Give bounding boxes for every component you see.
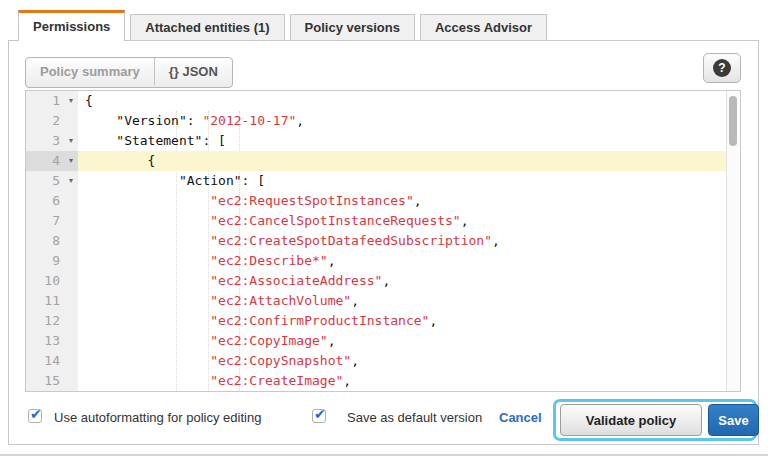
json-plain-token bbox=[85, 313, 210, 328]
code-line[interactable]: "Version": "2012-10-17", bbox=[78, 111, 727, 131]
gutter-line-number: 11 bbox=[26, 291, 78, 311]
code-line[interactable]: "ec2:ConfirmProductInstance", bbox=[78, 311, 727, 331]
gutter-line-number: 8 bbox=[26, 231, 78, 251]
tab-access-advisor[interactable]: Access Advisor bbox=[420, 14, 547, 41]
json-string-token: "ec2:RequestSpotInstances" bbox=[210, 193, 414, 208]
json-plain-token bbox=[85, 253, 210, 268]
checkmark-icon: ✔ bbox=[314, 406, 326, 422]
view-toggle: Policy summary {} JSON bbox=[25, 57, 233, 88]
json-plain-token bbox=[85, 273, 210, 288]
gutter-line-number: 15 bbox=[26, 371, 78, 391]
code-line[interactable]: "ec2:CreateSpotDatafeedSubscription", bbox=[78, 231, 727, 251]
tab-policy-versions[interactable]: Policy versions bbox=[290, 14, 415, 41]
gutter-line-number: 9 bbox=[26, 251, 78, 271]
tab-permissions[interactable]: Permissions bbox=[18, 10, 125, 41]
json-string-token: "ec2:AttachVolume" bbox=[210, 293, 351, 308]
json-plain-token: { bbox=[85, 93, 93, 108]
autoformat-checkbox[interactable]: ✔ bbox=[28, 409, 42, 423]
code-line[interactable]: { bbox=[78, 91, 727, 111]
editor-scrollbar[interactable] bbox=[726, 91, 740, 391]
checkmark-icon: ✔ bbox=[30, 406, 42, 422]
code-area[interactable]: { "Version": "2012-10-17", "Statement": … bbox=[78, 91, 727, 391]
json-string-token: "ec2:CancelSpotInstanceRequests" bbox=[210, 213, 460, 228]
json-plain-token: , bbox=[414, 193, 422, 208]
page-divider bbox=[0, 454, 768, 456]
json-plain-token bbox=[85, 333, 210, 348]
json-string-token: "2012-10-17" bbox=[202, 113, 296, 128]
json-plain-token: { bbox=[85, 153, 155, 168]
code-line[interactable]: "ec2:CancelSpotInstanceRequests", bbox=[78, 211, 727, 231]
save-button[interactable]: Save bbox=[708, 404, 759, 436]
tab-bar: PermissionsAttached entities (1)Policy v… bbox=[18, 10, 547, 41]
json-string-token: "ec2:CopyImage" bbox=[210, 333, 327, 348]
json-plain-token bbox=[85, 213, 210, 228]
json-plain-token: , bbox=[343, 373, 351, 388]
json-string-token: "ec2:CreateImage" bbox=[210, 373, 343, 388]
validate-policy-button[interactable]: Validate policy bbox=[560, 404, 702, 436]
json-string-token: "ec2:CreateSpotDatafeedSubscription" bbox=[210, 233, 492, 248]
help-button[interactable]: ? bbox=[703, 53, 741, 83]
code-line[interactable]: { bbox=[78, 151, 727, 171]
code-line[interactable]: "ec2:CreateImage", bbox=[78, 371, 727, 391]
fold-toggle-icon[interactable]: ▾ bbox=[69, 171, 73, 191]
code-line[interactable]: "ec2:CopyImage", bbox=[78, 331, 727, 351]
default-version-label: Save as default version bbox=[347, 410, 482, 425]
json-code-editor[interactable]: 1▾23▾4▾5▾6789101112131415 { "Version": "… bbox=[25, 90, 741, 392]
json-string-token: "ec2:CopySnapshot" bbox=[210, 353, 351, 368]
gutter-line-number: 12 bbox=[26, 311, 78, 331]
json-plain-token: , bbox=[296, 113, 304, 128]
gutter-line-number: 13 bbox=[26, 331, 78, 351]
code-line[interactable]: "Statement": [ bbox=[78, 131, 727, 151]
json-plain-token: , bbox=[429, 313, 437, 328]
fold-toggle-icon[interactable]: ▾ bbox=[69, 131, 73, 151]
gutter-line-number: 7 bbox=[26, 211, 78, 231]
code-line[interactable]: "ec2:AssociateAddress", bbox=[78, 271, 727, 291]
gutter-line-number: 5▾ bbox=[26, 171, 78, 191]
json-plain-token bbox=[85, 353, 210, 368]
fold-toggle-icon[interactable]: ▾ bbox=[69, 91, 73, 111]
code-line[interactable]: "Action": [ bbox=[78, 171, 727, 191]
json-plain-token bbox=[85, 373, 210, 388]
gutter-line-number: 14 bbox=[26, 351, 78, 371]
tab-attached-entities[interactable]: Attached entities (1) bbox=[130, 14, 284, 41]
editor-footer: ✔ Use autoformatting for policy editing … bbox=[9, 399, 758, 443]
json-plain-token: , bbox=[328, 333, 336, 348]
gutter-line-number: 4▾ bbox=[26, 151, 78, 171]
json-plain-token bbox=[85, 193, 210, 208]
json-string-token: "ec2:ConfirmProductInstance" bbox=[210, 313, 429, 328]
json-plain-token: , bbox=[351, 293, 359, 308]
code-line[interactable]: "ec2:CopySnapshot", bbox=[78, 351, 727, 371]
code-line[interactable]: "ec2:Describe*", bbox=[78, 251, 727, 271]
policy-editor-panel: Policy summary {} JSON ? 1▾23▾4▾5▾678910… bbox=[8, 40, 759, 445]
code-line[interactable]: "ec2:RequestSpotInstances", bbox=[78, 191, 727, 211]
question-mark-icon: ? bbox=[713, 59, 731, 77]
json-plain-token bbox=[85, 233, 210, 248]
json-plain-token bbox=[85, 293, 210, 308]
json-plain-token: , bbox=[492, 233, 500, 248]
json-plain-token: "Statement": [ bbox=[85, 133, 226, 148]
line-number-gutter: 1▾23▾4▾5▾6789101112131415 bbox=[26, 91, 78, 391]
code-line[interactable]: "ec2:AttachVolume", bbox=[78, 291, 727, 311]
autoformat-label: Use autoformatting for policy editing bbox=[54, 410, 261, 425]
fold-toggle-icon[interactable]: ▾ bbox=[69, 151, 73, 171]
default-version-checkbox[interactable]: ✔ bbox=[312, 409, 326, 423]
json-string-token: "ec2:AssociateAddress" bbox=[210, 273, 382, 288]
gutter-line-number: 3▾ bbox=[26, 131, 78, 151]
json-button[interactable]: {} JSON bbox=[155, 58, 232, 85]
json-plain-token: "Version": bbox=[85, 113, 202, 128]
json-plain-token: , bbox=[461, 213, 469, 228]
json-plain-token: , bbox=[351, 353, 359, 368]
policy-summary-button[interactable]: Policy summary bbox=[26, 58, 155, 85]
gutter-line-number: 10 bbox=[26, 271, 78, 291]
json-plain-token: , bbox=[382, 273, 390, 288]
scrollbar-thumb[interactable] bbox=[729, 96, 737, 146]
cancel-link[interactable]: Cancel bbox=[499, 410, 542, 425]
json-string-token: "ec2:Describe*" bbox=[210, 253, 327, 268]
gutter-line-number: 2 bbox=[26, 111, 78, 131]
json-plain-token: , bbox=[328, 253, 336, 268]
gutter-line-number: 6 bbox=[26, 191, 78, 211]
json-plain-token: "Action": [ bbox=[85, 173, 265, 188]
gutter-line-number: 1▾ bbox=[26, 91, 78, 111]
